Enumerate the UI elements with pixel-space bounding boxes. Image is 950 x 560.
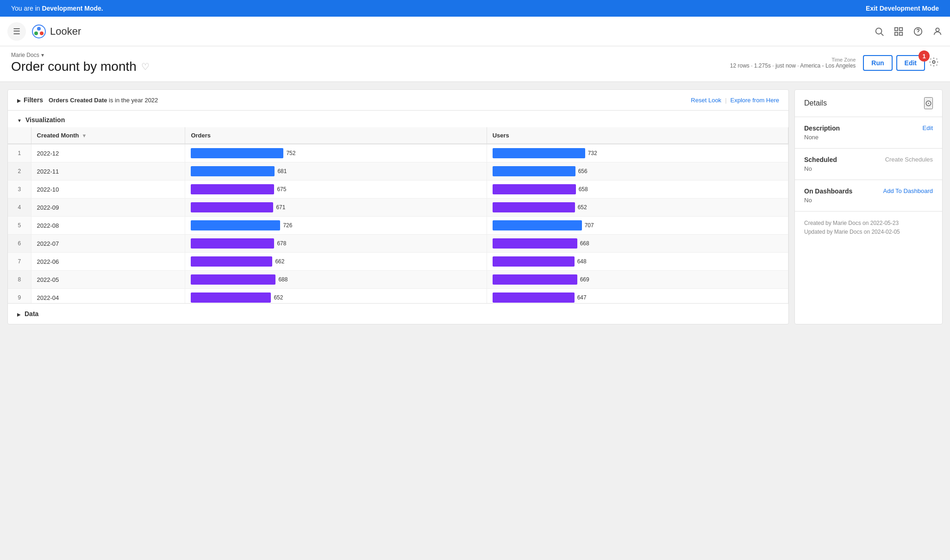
right-panel: Details ⊙ Description Edit None Schedule… <box>794 89 943 324</box>
details-navigate-button[interactable]: ⊙ <box>924 97 933 109</box>
table-body: 1 2022-12 752 732 2 2022-11 681 <box>8 144 788 303</box>
svg-point-12 <box>936 28 939 31</box>
search-icon-button[interactable] <box>874 26 884 37</box>
title-actions: Run Edit 1 <box>863 55 939 71</box>
account-icon <box>932 26 943 37</box>
app-header: ☰ Looker <box>0 17 950 46</box>
col-header-month: Created Month ▼ <box>31 127 185 144</box>
page-title: Order count by month ♡ <box>11 59 150 74</box>
col-header-orders: Orders <box>185 127 487 144</box>
row-users: 669 <box>487 271 788 289</box>
row-num: 1 <box>8 144 31 162</box>
explore-from-here-link[interactable]: Explore from Here <box>731 97 779 104</box>
row-month: 2022-10 <box>31 180 185 199</box>
dashboards-section: On Dashboards Add To Dashboard No <box>795 180 942 212</box>
row-orders: 752 <box>185 144 487 162</box>
left-panel: Filters Orders Created Date is in the ye… <box>7 89 789 324</box>
looker-logo-icon <box>31 24 46 39</box>
table-scroll-wrapper[interactable]: Created Month ▼ Orders Users 1 2022-12 <box>8 127 788 303</box>
created-meta: Created by Marie Docs on 2022-05-23 <box>804 219 933 228</box>
row-num: 9 <box>8 289 31 304</box>
expand-filters-icon <box>17 96 21 104</box>
col-header-users: Users <box>487 127 788 144</box>
data-section-label: Data <box>25 310 38 317</box>
settings-gear-button[interactable] <box>929 57 939 69</box>
on-dashboards-label: On Dashboards <box>804 187 852 195</box>
main-content: Filters Orders Created Date is in the ye… <box>7 89 943 324</box>
svg-point-2 <box>40 31 44 35</box>
add-to-dashboard-link[interactable]: Add To Dashboard <box>883 187 933 194</box>
svg-rect-8 <box>895 32 898 35</box>
viz-header[interactable]: Visualization <box>8 111 788 127</box>
collapse-viz-icon <box>17 116 22 124</box>
help-icon-button[interactable] <box>913 26 923 37</box>
grid-icon-button[interactable] <box>894 26 904 37</box>
row-orders: 671 <box>185 199 487 217</box>
svg-line-5 <box>881 33 883 36</box>
row-num: 6 <box>8 235 31 253</box>
table-row: 6 2022-07 678 668 <box>8 235 788 253</box>
title-area: Marie Docs ▾ Order count by month ♡ Time… <box>0 46 950 82</box>
favorite-icon[interactable]: ♡ <box>141 61 150 72</box>
logo-text: Looker <box>50 25 81 37</box>
run-button[interactable]: Run <box>863 55 892 71</box>
data-section[interactable]: Data <box>8 303 788 324</box>
svg-rect-9 <box>900 32 902 35</box>
row-month: 2022-12 <box>31 144 185 162</box>
reset-look-link[interactable]: Reset Look <box>691 97 721 104</box>
dev-banner-text: You are in Development Mode. <box>11 5 103 12</box>
filters-toggle[interactable]: Filters <box>17 96 43 104</box>
svg-point-1 <box>37 27 41 31</box>
row-num: 3 <box>8 180 31 199</box>
account-icon-button[interactable] <box>932 26 943 37</box>
dev-banner: You are in Development Mode. Exit Develo… <box>0 0 950 17</box>
row-month: 2022-07 <box>31 235 185 253</box>
create-schedules-link[interactable]: Create Schedules <box>885 156 933 163</box>
description-section: Description Edit None <box>795 117 942 149</box>
description-label: Description <box>804 124 840 132</box>
viz-header-label: Visualization <box>25 116 65 124</box>
svg-point-4 <box>876 28 882 34</box>
breadcrumb[interactable]: Marie Docs ▾ <box>11 52 150 58</box>
row-num: 5 <box>8 217 31 235</box>
table-row: 8 2022-05 688 669 <box>8 271 788 289</box>
row-orders: 675 <box>185 180 487 199</box>
filters-row: Filters Orders Created Date is in the ye… <box>8 90 788 111</box>
search-icon <box>874 26 884 37</box>
table-row: 5 2022-08 726 707 <box>8 217 788 235</box>
row-users: 652 <box>487 199 788 217</box>
svg-point-13 <box>932 61 935 63</box>
description-value: None <box>804 134 933 141</box>
row-orders: 726 <box>185 217 487 235</box>
row-orders: 681 <box>185 162 487 180</box>
updated-meta: Updated by Marie Docs on 2024-02-05 <box>804 228 933 236</box>
row-num: 8 <box>8 271 31 289</box>
row-orders: 678 <box>185 235 487 253</box>
row-orders: 662 <box>185 253 487 271</box>
edit-button[interactable]: Edit 1 <box>896 55 925 71</box>
filters-label: Filters <box>24 96 43 104</box>
exit-dev-mode-button[interactable]: Exit Development Mode <box>866 5 939 12</box>
table-header-row: Created Month ▼ Orders Users <box>8 127 788 144</box>
grid-icon <box>894 26 904 37</box>
logo-area: Looker <box>31 24 874 39</box>
row-month: 2022-05 <box>31 271 185 289</box>
svg-rect-7 <box>900 27 902 30</box>
table-row: 7 2022-06 662 648 <box>8 253 788 271</box>
row-month: 2022-04 <box>31 289 185 304</box>
hamburger-button[interactable]: ☰ <box>7 22 26 41</box>
col-header-num <box>8 127 31 144</box>
description-edit-link[interactable]: Edit <box>923 124 933 131</box>
timezone-label: Time Zone <box>730 57 856 62</box>
filter-actions: Reset Look | Explore from Here <box>691 97 779 104</box>
row-orders: 688 <box>185 271 487 289</box>
row-num: 2 <box>8 162 31 180</box>
svg-point-3 <box>34 31 38 35</box>
row-month: 2022-08 <box>31 217 185 235</box>
scheduled-label: Scheduled <box>804 156 837 163</box>
row-users: 648 <box>487 253 788 271</box>
row-month: 2022-11 <box>31 162 185 180</box>
row-users: 656 <box>487 162 788 180</box>
data-table: Created Month ▼ Orders Users 1 2022-12 <box>8 127 788 303</box>
row-users: 647 <box>487 289 788 304</box>
